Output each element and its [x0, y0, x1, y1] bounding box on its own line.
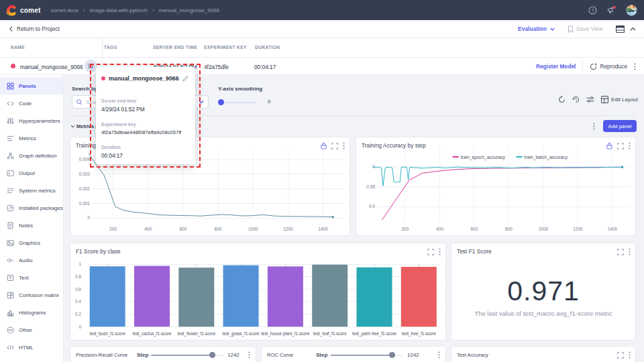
- panel-title: Training Accuracy by step: [362, 142, 426, 149]
- svg-text:test_house plant_f1-score: test_house plant_f1-score: [261, 331, 310, 337]
- refresh-icon[interactable]: [558, 96, 566, 103]
- experiment-duration: 00:04:17: [254, 64, 276, 70]
- view-selector-value: Evaluation: [518, 25, 547, 32]
- svg-text:0.9: 0.9: [369, 204, 375, 208]
- breadcrumb-experiment[interactable]: manual_mongoose_9066: [159, 7, 219, 13]
- other-icon: [7, 326, 14, 334]
- step-slider-handle[interactable]: [209, 352, 215, 358]
- announcements-icon[interactable]: [606, 5, 616, 15]
- history-icon[interactable]: [572, 96, 580, 103]
- sidebar-item-label: Panels: [19, 83, 36, 89]
- popup-field-label: Duration: [101, 145, 121, 149]
- collapse-chevron-icon[interactable]: [630, 27, 636, 31]
- slider-handle[interactable]: [218, 99, 224, 105]
- reproduce-label: Reproduce: [600, 63, 627, 70]
- sidebar-item-html[interactable]: HTML: [0, 339, 63, 356]
- register-model-button[interactable]: Register Model: [536, 63, 576, 70]
- svg-text:0.4: 0.4: [75, 299, 81, 304]
- experiment-key-link[interactable]: 4f2a75dfe: [204, 64, 229, 70]
- popup-field-value: 4f2a75dfeae448f087effa9c08c057ff: [101, 129, 181, 135]
- step-slider-track[interactable]: [151, 355, 213, 356]
- svg-text:1000: 1000: [539, 227, 549, 231]
- slider-track[interactable]: [219, 102, 256, 103]
- breadcrumb-project[interactable]: comet-docs: [50, 7, 78, 13]
- sidebar-item-text[interactable]: Text: [0, 269, 63, 286]
- sidebar-item-label: Code: [19, 101, 32, 107]
- fullscreen-icon[interactable]: [617, 249, 624, 255]
- breadcrumb-workspace[interactable]: image-data-with-pytorch: [90, 7, 148, 13]
- sidebar-item-system-metrics[interactable]: System metrics: [0, 182, 63, 199]
- panel-menu-icon[interactable]: [248, 351, 250, 359]
- sidebar-item-graph-definition[interactable]: Graph definition: [0, 147, 63, 164]
- smoothing-value: 0: [268, 99, 270, 105]
- top-navbar: comet comet-docs › image-data-with-pytor…: [0, 0, 644, 20]
- panel-menu-icon[interactable]: [629, 248, 631, 255]
- user-avatar[interactable]: [626, 5, 637, 16]
- smoothing-slider[interactable]: [218, 95, 272, 109]
- sidebar-item-label: Hyperparameters: [19, 118, 60, 124]
- sidebar-item-hyperparameters[interactable]: Hyperparameters: [0, 112, 63, 129]
- step-slider-handle[interactable]: [389, 352, 395, 358]
- sidebar-item-label: Installed packages: [19, 205, 63, 211]
- sidebar-item-notes[interactable]: Notes: [0, 217, 63, 234]
- reproduce-button[interactable]: Reproduce: [590, 63, 627, 70]
- fullscreen-icon[interactable]: [427, 249, 434, 255]
- svg-text:800: 800: [215, 227, 222, 231]
- svg-text:train_batch_accuracy: train_batch_accuracy: [525, 155, 568, 160]
- column-experiment-key: EXPERIMENT KEY: [204, 45, 247, 50]
- fullscreen-icon[interactable]: [617, 352, 624, 359]
- panel-test-accuracy: Test Accuracy: [451, 346, 636, 362]
- column-duration: DURATION: [255, 45, 280, 50]
- popup-experiment-name: manual_mongoose_9066: [109, 75, 179, 82]
- return-to-project-link[interactable]: Return to Project: [9, 25, 60, 32]
- test-f1-score-caption: The last value of test_macro avg_f1-scor…: [451, 310, 635, 317]
- panel-menu-icon[interactable]: [629, 351, 631, 359]
- save-view-button[interactable]: Save View: [568, 25, 603, 33]
- tune-filters-icon[interactable]: [586, 96, 594, 103]
- svg-text:0.004: 0.004: [79, 157, 91, 162]
- panel-menu-icon[interactable]: [439, 248, 441, 255]
- return-to-project-label: Return to Project: [17, 25, 60, 32]
- table-layout-icon[interactable]: [616, 25, 625, 33]
- svg-text:0: 0: [78, 324, 81, 329]
- sidebar-item-histograms[interactable]: Histograms: [0, 304, 63, 321]
- sidebar-item-confusion-matrix[interactable]: Confusion matrix: [0, 286, 63, 304]
- svg-text:1400: 1400: [608, 227, 618, 231]
- sidebar-item-label: Graph definition: [19, 153, 56, 159]
- help-icon[interactable]: ?: [588, 6, 597, 15]
- panel-menu-icon[interactable]: [629, 142, 631, 149]
- edit-layout-button[interactable]: Edit Layout: [601, 96, 638, 103]
- sidebar-item-code[interactable]: Code: [0, 95, 63, 112]
- html-icon: [7, 344, 14, 351]
- fullscreen-icon[interactable]: [331, 143, 338, 149]
- row-menu-icon[interactable]: [634, 63, 636, 70]
- sidebar-item-other[interactable]: Other: [0, 321, 63, 339]
- graph-definition-icon: [7, 152, 14, 160]
- comet-logo-icon: [5, 5, 17, 16]
- sidebar-item-installed-packages[interactable]: Installed packages: [0, 199, 63, 217]
- svg-text:600: 600: [179, 227, 186, 231]
- comet-logo[interactable]: comet: [5, 5, 40, 16]
- view-selector-dropdown[interactable]: Evaluation: [518, 25, 555, 32]
- panel-menu-icon[interactable]: [438, 351, 440, 359]
- svg-text:400: 400: [144, 227, 152, 231]
- hyperparameters-icon: [7, 117, 14, 125]
- step-slider-track[interactable]: [331, 355, 392, 356]
- installed-packages-icon: [7, 204, 14, 212]
- lock-icon[interactable]: [606, 142, 612, 149]
- search-icon: [76, 99, 83, 105]
- bookmark-icon: [568, 25, 574, 33]
- lock-icon[interactable]: [321, 142, 327, 149]
- sidebar-item-metrics[interactable]: Metrics: [0, 129, 63, 147]
- panel-menu-icon[interactable]: [343, 142, 345, 149]
- sidebar-item-graphics[interactable]: Graphics: [0, 234, 63, 251]
- sidebar-item-panels[interactable]: Panels: [0, 77, 63, 95]
- sidebar-item-output[interactable]: Output: [0, 164, 63, 182]
- fullscreen-icon[interactable]: [617, 143, 624, 149]
- sidebar-item-audio[interactable]: Audio: [0, 251, 63, 269]
- edit-pencil-icon[interactable]: [182, 76, 189, 82]
- sidebar-item-label: System metrics: [19, 188, 56, 194]
- add-panel-button[interactable]: Add panel: [603, 120, 637, 132]
- section-menu-icon[interactable]: [593, 123, 595, 130]
- graphics-icon: [7, 239, 14, 247]
